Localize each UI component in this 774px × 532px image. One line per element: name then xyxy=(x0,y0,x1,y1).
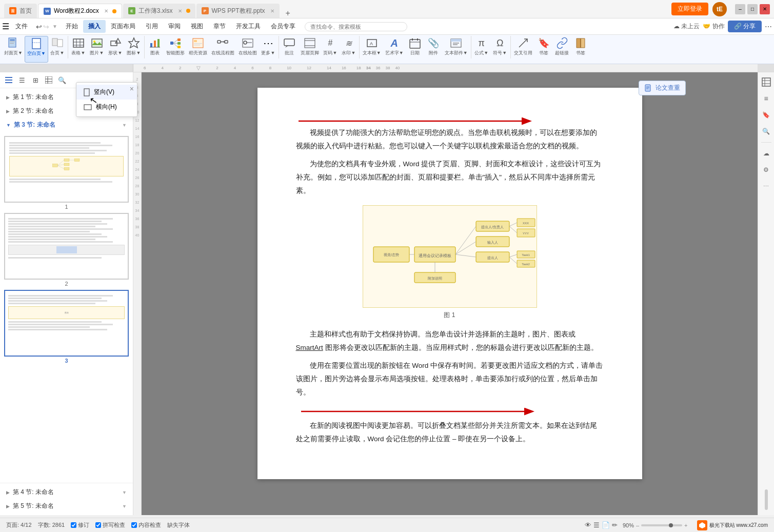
menu-insert[interactable]: 插入 xyxy=(83,20,106,33)
maximize-button[interactable]: □ xyxy=(747,4,758,14)
toolbar-chart-btn[interactable]: 图表 xyxy=(146,36,164,63)
minimize-button[interactable]: – xyxy=(735,4,745,14)
menu-page-layout[interactable]: 页面布局 xyxy=(106,20,141,33)
toolbar-header-btn[interactable]: 页眉页脚 xyxy=(299,36,321,63)
toolbar-comment-btn[interactable]: 批注 xyxy=(280,36,299,63)
view-print[interactable]: 📄 xyxy=(602,521,610,529)
toolbar-pages-btn[interactable]: 合页▼ xyxy=(48,36,67,63)
toolbar-formula-btn[interactable]: π 公式▼ xyxy=(472,36,491,63)
right-icon-settings[interactable]: ⚙ xyxy=(760,163,773,176)
toolbar-hyperlink-btn[interactable]: 超链接 xyxy=(553,36,571,63)
toolbar-flow-btn[interactable]: 在线流程图 xyxy=(209,36,236,63)
toolbar-more-btn[interactable]: ⋯ 更多▼ xyxy=(259,36,277,63)
tab-word-close[interactable]: ✕ xyxy=(104,8,108,14)
toolbar-table-btn[interactable]: 表格▼ xyxy=(69,36,88,63)
right-icon-2[interactable]: ≡ xyxy=(760,92,773,105)
toolbar-textpart-btn[interactable]: 文本部件▼ xyxy=(443,36,470,63)
tab-excel-close[interactable]: ✕ xyxy=(178,8,182,14)
page-thumb-3[interactable]: 图表 3 xyxy=(4,290,129,364)
scrollbar-thumb[interactable] xyxy=(765,489,768,510)
share-button[interactable]: 🔗 分享 xyxy=(728,21,762,32)
toolbar-image-btn[interactable]: 图片▼ xyxy=(88,36,106,63)
toolbar-icon-btn[interactable]: 图标▼ xyxy=(125,36,143,63)
cloud-status[interactable]: ☁ 未上云 xyxy=(673,22,700,31)
sidebar-table-icon[interactable] xyxy=(43,74,54,86)
right-icon-bookmark[interactable]: 🔖 xyxy=(760,108,773,122)
lunwen-button[interactable]: 论文查重 xyxy=(639,81,686,95)
sidebar-grid-icon[interactable]: ⊞ xyxy=(30,74,41,86)
menu-dev-tools[interactable]: 开发工具 xyxy=(231,20,266,33)
menu-references[interactable]: 引用 xyxy=(141,20,163,33)
view-web[interactable]: ✏ xyxy=(612,521,618,529)
toolbar-symbol-btn[interactable]: Ω 符号▼ xyxy=(491,36,509,63)
section5-dropdown[interactable]: ▼ xyxy=(122,504,127,509)
user-avatar[interactable]: tE xyxy=(712,2,727,16)
menu-review[interactable]: 审阅 xyxy=(163,20,186,33)
redo-button[interactable]: ↪ xyxy=(43,23,49,31)
tab-home[interactable]: 首 首页 xyxy=(4,4,37,18)
section3-dropdown[interactable]: ▼ xyxy=(122,123,127,128)
toolbar-artword-btn[interactable]: A 艺术字▼ xyxy=(383,36,406,63)
right-icon-1[interactable] xyxy=(760,75,773,89)
hamburger-icon[interactable]: ☰ xyxy=(2,22,9,31)
undo-button[interactable]: ↩ xyxy=(36,23,42,31)
right-icon-cloud[interactable]: ☁ xyxy=(760,147,773,160)
zoom-out-btn[interactable]: – xyxy=(636,522,639,528)
close-button[interactable]: ✕ xyxy=(760,4,770,14)
sidebar-nav-icon[interactable] xyxy=(3,74,14,86)
zoom-slider[interactable] xyxy=(641,524,682,526)
zoom-in-btn[interactable]: + xyxy=(684,522,687,528)
dropdown-item-vertical[interactable]: 竖向(V) xyxy=(76,85,137,100)
smartart-link[interactable]: SmartArt xyxy=(296,344,323,351)
page-thumb-1[interactable]: 1 xyxy=(4,136,129,210)
status-content-check[interactable]: 内容检查 xyxy=(131,521,161,529)
sidebar-item-section4[interactable]: ▶ 第 4 节: 未命名 ▼ xyxy=(0,485,133,499)
sidebar-search-icon[interactable]: 🔍 xyxy=(56,74,68,86)
toolbar-watermark-btn[interactable]: ≋ 水印▼ xyxy=(340,36,358,63)
toolbar-blank-btn[interactable]: 空白页▼ xyxy=(25,36,48,63)
tab-word[interactable]: W Word教程2.docx ✕ xyxy=(38,4,122,18)
menu-member[interactable]: 会员专享 xyxy=(266,20,301,33)
dropdown-close-btn[interactable]: × xyxy=(130,85,134,93)
content-checkbox[interactable] xyxy=(131,522,137,528)
status-revise-check[interactable]: 修订 xyxy=(71,521,89,529)
undo-dropdown[interactable]: ▼ xyxy=(52,24,57,29)
section4-dropdown[interactable]: ▼ xyxy=(122,490,127,495)
menu-chapter[interactable]: 章节 xyxy=(208,20,231,33)
toolbar-bookmark-btn[interactable]: 🔖 书签 xyxy=(534,36,553,63)
spell-checkbox[interactable] xyxy=(95,522,101,528)
menu-view[interactable]: 视图 xyxy=(186,20,208,33)
collab-button[interactable]: 🤝 协作 xyxy=(703,22,724,31)
toolbar-smart-btn[interactable]: 智能图形 xyxy=(164,36,187,63)
dropdown-item-horizontal[interactable]: 横向(H) xyxy=(76,100,137,114)
menu-start[interactable]: 开始 xyxy=(61,20,83,33)
toolbar-date-btn[interactable]: 日期 xyxy=(406,36,424,63)
menu-file[interactable]: 文件 xyxy=(10,20,33,33)
revise-checkbox[interactable] xyxy=(71,522,76,528)
new-tab-button[interactable]: + xyxy=(281,9,295,18)
right-icon-search[interactable]: 🔍 xyxy=(760,125,773,138)
sidebar-list-icon[interactable]: ☰ xyxy=(16,74,28,86)
more-options-button[interactable]: ⋯ xyxy=(765,23,772,31)
page-thumb-2[interactable]: 2 xyxy=(4,213,129,287)
tab-ppt-close[interactable]: ✕ xyxy=(270,8,274,14)
toolbar-shape-btn[interactable]: 形状▼ xyxy=(106,36,125,63)
login-button[interactable]: 立即登录 xyxy=(671,3,708,15)
toolbar-draw-btn[interactable]: 在线绘图 xyxy=(236,36,259,63)
tab-ppt[interactable]: P WPS PPT教程.pptx ✕ xyxy=(196,4,280,18)
toolbar-pagenum-btn[interactable]: # 页码▼ xyxy=(321,36,340,63)
tab-excel[interactable]: E 工作薄3.xlsx ✕ xyxy=(123,4,195,18)
toolbar-cover-btn[interactable]: 封面页▼ xyxy=(2,36,25,63)
view-outline[interactable]: ☰ xyxy=(593,521,600,529)
toolbar-textbox-btn[interactable]: A 文本框▼ xyxy=(361,36,383,63)
toolbar-attach-btn[interactable]: 📎 附件 xyxy=(424,36,443,63)
toolbar-crossref-btn[interactable]: 交叉引用 xyxy=(512,36,534,63)
search-input[interactable] xyxy=(305,22,407,31)
sidebar-item-section5[interactable]: ▶ 第 5 节: 未命名 ▼ xyxy=(0,499,133,513)
sidebar-item-section3[interactable]: ▼ 第 3 节: 未命名 ▼ xyxy=(0,118,133,132)
status-spell-check[interactable]: 拼写检查 xyxy=(95,521,125,529)
right-icon-more[interactable]: ⋯ xyxy=(760,180,773,193)
view-normal[interactable]: 👁 xyxy=(585,521,591,529)
toolbar-book-btn[interactable]: 书签 xyxy=(571,36,590,63)
toolbar-template-btn[interactable]: 稻壳资源 xyxy=(187,36,209,63)
